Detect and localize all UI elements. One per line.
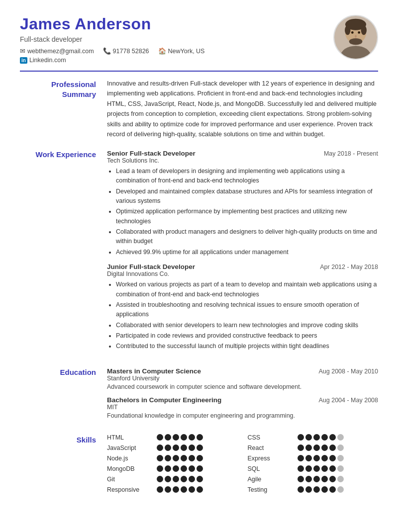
dot-filled: [189, 444, 195, 451]
dot-filled: [197, 455, 203, 461]
location-contact: 🏠 NewYork, US: [158, 47, 205, 55]
dot-filled: [181, 444, 187, 451]
svg-point-7: [351, 31, 354, 34]
dot-empty: [337, 476, 344, 482]
job-bullets: Worked on various projects as part of a …: [107, 280, 378, 352]
header-divider: [20, 71, 378, 72]
skill-name: CSS: [248, 434, 293, 441]
job-title: Senior Full-stack Developer: [107, 150, 196, 157]
skill-name: Express: [248, 455, 293, 462]
dot-filled: [298, 444, 304, 451]
list-item: Developed and maintained complex databas…: [116, 187, 378, 206]
job-bullets: Lead a team of developers in designing a…: [107, 167, 378, 257]
dot-empty: [337, 434, 344, 441]
skill-name: Git: [107, 476, 152, 483]
dot-filled: [329, 476, 336, 482]
skill-row: Express: [248, 455, 379, 462]
dot-filled: [197, 465, 203, 472]
dot-filled: [313, 455, 320, 461]
skill-dots: [298, 444, 344, 451]
skill-name: Node.js: [107, 455, 152, 462]
skill-name: Testing: [248, 486, 293, 493]
dot-filled: [321, 486, 328, 493]
job-date: May 2018 - Present: [324, 150, 378, 157]
skill-row: Responsive: [107, 486, 238, 493]
dot-filled: [305, 465, 312, 472]
dot-filled: [298, 486, 304, 493]
list-item: Assisted in troubleshooting and resolvin…: [116, 300, 378, 320]
job-company: Tech Solutions Inc.: [107, 157, 378, 164]
email-icon: ✉: [20, 47, 25, 55]
dot-filled: [305, 444, 312, 451]
dot-filled: [181, 486, 187, 493]
dot-filled: [197, 486, 203, 493]
edu-school: Stanford University: [107, 375, 378, 382]
dot-filled: [298, 465, 304, 472]
dot-filled: [189, 486, 195, 493]
dot-filled: [313, 434, 320, 441]
dot-filled: [329, 444, 336, 451]
dot-filled: [165, 455, 171, 461]
list-item: Lead a team of developers in designing a…: [116, 167, 378, 186]
dot-filled: [157, 476, 163, 482]
dot-filled: [157, 434, 163, 441]
candidate-name: James Anderson: [20, 15, 204, 33]
list-item: Contributed to the successful launch of …: [116, 342, 378, 351]
contact-row: ✉ webthemez@gmail.com 📞 91778 52826 🏠 Ne…: [20, 47, 204, 55]
education-content: Masters in Computer ScienceAug 2008 - Ma…: [107, 366, 378, 425]
skills-section: Skills HTMLCSSJavaScriptReactNode.jsExpr…: [20, 434, 378, 493]
list-item: Collaborated with product managers and d…: [116, 227, 378, 247]
list-item: Collaborated with senior developers to l…: [116, 321, 378, 330]
email-contact: ✉ webthemez@gmail.com: [20, 47, 94, 55]
edu-degree: Masters in Computer Science: [107, 367, 201, 375]
skill-name: Responsive: [107, 486, 152, 493]
work-experience-section: Work Experience Senior Full-stack Develo…: [20, 149, 378, 357]
work-experience-label: Work Experience: [20, 149, 107, 357]
skill-name: HTML: [107, 434, 152, 441]
dot-filled: [197, 444, 203, 451]
skills-grid: HTMLCSSJavaScriptReactNode.jsExpressMong…: [107, 434, 378, 493]
skill-row: Testing: [248, 486, 379, 493]
skill-dots: [298, 455, 344, 461]
skills-content: HTMLCSSJavaScriptReactNode.jsExpressMong…: [107, 434, 378, 493]
edu-school: MIT: [107, 404, 378, 411]
skill-dots: [157, 476, 203, 482]
skill-name: React: [248, 444, 293, 451]
svg-point-9: [355, 35, 357, 38]
skill-name: JavaScript: [107, 444, 152, 451]
job-entry: Junior Full-stack DeveloperApr 2012 - Ma…: [107, 263, 378, 352]
dot-empty: [337, 444, 344, 451]
dot-filled: [157, 465, 163, 472]
dot-filled: [298, 476, 304, 482]
professional-summary-label: ProfessionalSummary: [20, 79, 107, 140]
dot-filled: [321, 434, 328, 441]
skills-label: Skills: [20, 434, 107, 493]
dot-filled: [165, 444, 171, 451]
work-experience-content: Senior Full-stack DeveloperMay 2018 - Pr…: [107, 149, 378, 357]
list-item: Optimized application performance by imp…: [116, 207, 378, 226]
skill-dots: [298, 465, 344, 472]
skill-dots: [298, 476, 344, 482]
skill-row: Git: [107, 476, 238, 483]
job-header: Junior Full-stack DeveloperApr 2012 - Ma…: [107, 263, 378, 270]
dot-filled: [165, 434, 171, 441]
phone-icon: 📞: [103, 47, 111, 55]
svg-point-5: [361, 25, 367, 35]
education-label: Education: [20, 366, 107, 425]
dot-filled: [305, 434, 312, 441]
skill-name: Agile: [248, 476, 293, 483]
professional-summary-section: ProfessionalSummary Innovative and resul…: [20, 79, 378, 140]
skill-dots: [298, 486, 344, 493]
dot-filled: [329, 465, 336, 472]
dot-filled: [165, 476, 171, 482]
svg-point-6: [349, 38, 363, 45]
dot-empty: [337, 455, 344, 461]
dot-filled: [157, 486, 163, 493]
dot-filled: [157, 444, 163, 451]
dot-empty: [337, 465, 344, 472]
skill-row: React: [248, 444, 379, 451]
dot-filled: [189, 465, 195, 472]
dot-filled: [313, 465, 320, 472]
dot-filled: [173, 486, 179, 493]
dot-filled: [197, 476, 203, 482]
